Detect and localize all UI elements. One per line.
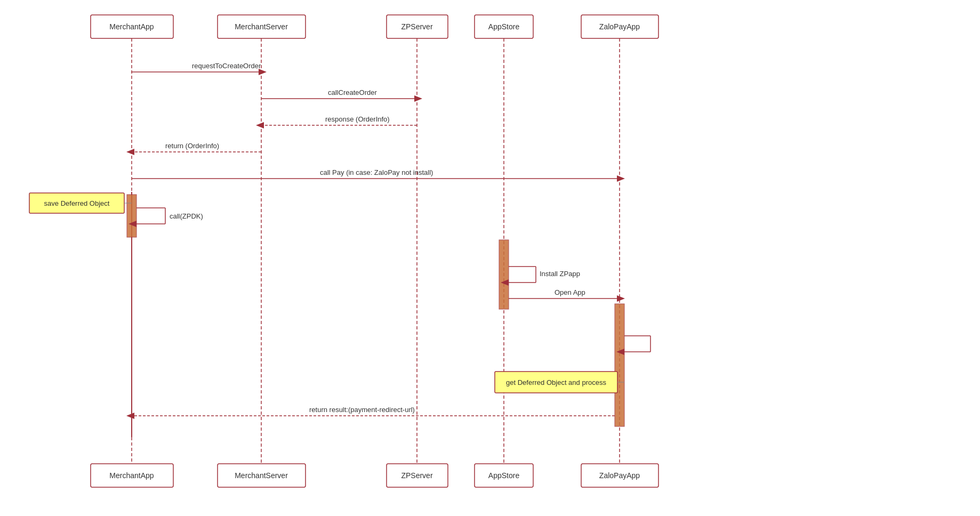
actor-merchantserver-top-label: MerchantServer [235,22,288,31]
msg-label-callcreateorder: callCreateOrder [328,88,377,96]
msg-label-returnorderinfo: return (OrderInfo) [165,142,219,150]
msg-label-requesttocreateorder: requestToCreateOrder [192,62,261,70]
actor-zalopayapp-top-label: ZaloPayApp [599,22,640,31]
actor-zpserver-top-label: ZPServer [401,22,432,31]
activation-appstore [499,240,509,309]
actor-appstore-top-label: AppStore [488,22,520,31]
activation-zalopayapp [615,304,624,426]
msg-label-responseorderinfo: response (OrderInfo) [325,115,390,123]
msg-label-installzpapp: Install ZPapp [540,270,580,278]
msg-label-returnresult: return result:(payment-redirect-url) [309,406,415,414]
arrowhead-openapp [617,295,625,302]
sequence-diagram: MerchantApp MerchantServer ZPServer AppS… [0,0,980,516]
msg-label-callpay: call Pay (in case: ZaloPay not install) [320,168,433,176]
actor-appstore-bottom-label: AppStore [488,471,520,480]
actor-merchantapp-top-label: MerchantApp [109,22,154,31]
arrowhead-callpay [617,175,625,182]
actor-zalopayapp-bottom-label: ZaloPayApp [599,471,640,480]
note-get-deferred-label: get Deferred Object and process [506,378,606,386]
arrowhead-callcreateorder [414,95,422,102]
note-save-deferred-label: save Deferred Object [44,199,110,207]
msg-label-callzpdk: call(ZPDK) [170,212,203,220]
activation-merchantapp [127,195,136,237]
actor-zpserver-bottom-label: ZPServer [401,471,432,480]
arrowhead-returnresult [126,413,134,419]
arrowhead-returnorderinfo [126,149,134,155]
actor-merchantapp-bottom-label: MerchantApp [109,471,154,480]
msg-label-openapp: Open App [555,288,585,296]
arrowhead-responseorderinfo [256,122,264,128]
actor-merchantserver-bottom-label: MerchantServer [235,471,288,480]
